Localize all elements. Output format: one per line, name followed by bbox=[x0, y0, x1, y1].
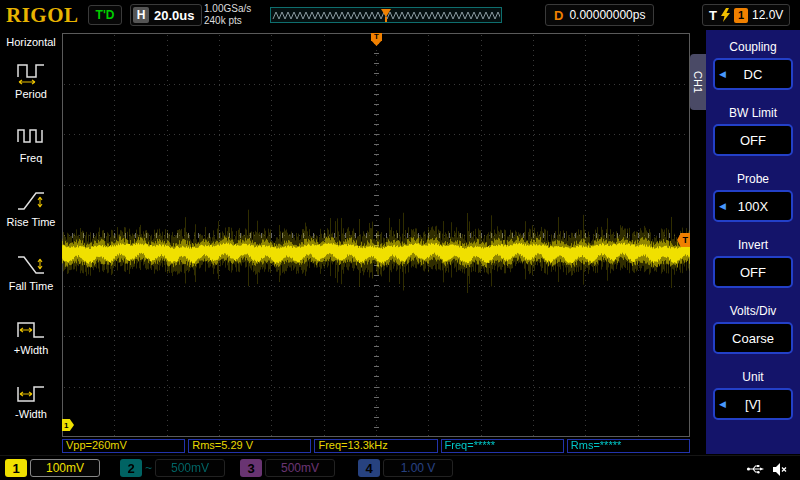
trigger-source-badge: 1 bbox=[734, 8, 748, 23]
sidebar-item-period[interactable]: Period bbox=[0, 48, 62, 112]
channel-menu-panel: CH1 Coupling ◀ DC BW Limit OFF Probe ◀ bbox=[690, 30, 800, 454]
channel-2-badge[interactable]: 2 bbox=[120, 459, 142, 477]
channel-3-status[interactable]: 3 500mV bbox=[240, 459, 335, 477]
usb-icon bbox=[746, 462, 766, 476]
chevron-left-icon: ◀ bbox=[719, 399, 726, 409]
channel-1-status[interactable]: 1 100mV bbox=[5, 459, 100, 477]
menu-item-value[interactable]: ◀ [V] bbox=[713, 388, 793, 420]
menu-item-value[interactable]: ◀ 100X bbox=[713, 190, 793, 222]
measurement-freq-2: Freq=***** bbox=[441, 439, 564, 453]
menu-item-bw-limit[interactable]: BW Limit OFF bbox=[706, 102, 800, 168]
measurement-rms: Rms=5.29 V bbox=[188, 439, 311, 453]
menu-tab-ch1[interactable]: CH1 bbox=[690, 54, 706, 110]
chevron-left-icon: ◀ bbox=[719, 69, 726, 79]
sample-rate: 1.00GSa/s bbox=[204, 3, 251, 15]
delay-display: D 0.00000000ps bbox=[545, 4, 654, 26]
measurement-results-bar: Vpp=260mV Rms=5.29 V Freq=13.3kHz Freq=*… bbox=[62, 439, 690, 453]
channel-3-badge[interactable]: 3 bbox=[240, 459, 262, 477]
channel-4-status[interactable]: 4 1.00 V bbox=[358, 459, 453, 477]
sidebar-title: Horizontal bbox=[0, 36, 62, 48]
sidebar-item-label: Fall Time bbox=[9, 280, 54, 292]
menu-item-label: BW Limit bbox=[706, 105, 800, 122]
memory-depth: 240k pts bbox=[204, 15, 251, 27]
channel-4-badge[interactable]: 4 bbox=[358, 459, 380, 477]
delay-label: D bbox=[554, 8, 563, 23]
trigger-label: T bbox=[709, 8, 717, 23]
chevron-left-icon: ◀ bbox=[719, 201, 726, 211]
channel-2-status[interactable]: 2 ~ 500mV bbox=[120, 459, 225, 477]
trigger-status-badge: T'D bbox=[88, 5, 122, 25]
trigger-info-display: T 1 12.0V bbox=[702, 4, 790, 26]
sidebar-item-label: Rise Time bbox=[7, 216, 56, 228]
freq-icon bbox=[16, 125, 46, 149]
trigger-slope-icon bbox=[721, 8, 730, 22]
menu-item-label: Invert bbox=[706, 237, 800, 254]
sidebar-item-freq[interactable]: Freq bbox=[0, 112, 62, 176]
measure-sidebar: Horizontal Period Freq Rise Time bbox=[0, 30, 62, 455]
channel-3-scale: 500mV bbox=[265, 459, 335, 477]
minus-width-icon bbox=[16, 381, 46, 405]
channel-2-scale: 500mV bbox=[155, 459, 225, 477]
menu-item-coupling[interactable]: Coupling ◀ DC bbox=[706, 36, 800, 102]
sidebar-item-minus-width[interactable]: -Width bbox=[0, 368, 62, 432]
menu-item-label: Unit bbox=[706, 369, 800, 386]
horizontal-scale-display: H 20.0us bbox=[130, 4, 202, 26]
menu-item-label: Probe bbox=[706, 171, 800, 188]
sidebar-item-plus-width[interactable]: +Width bbox=[0, 304, 62, 368]
period-icon bbox=[16, 61, 46, 85]
sidebar-item-rise-time[interactable]: Rise Time bbox=[0, 176, 62, 240]
waveform-canvas bbox=[62, 33, 690, 437]
brand-logo: RIGOL bbox=[6, 3, 79, 28]
menu-item-probe[interactable]: Probe ◀ 100X bbox=[706, 168, 800, 234]
waveform-position-bar bbox=[270, 7, 502, 23]
fall-time-icon bbox=[16, 253, 46, 277]
trigger-position-indicator bbox=[381, 9, 391, 22]
menu-item-invert[interactable]: Invert OFF bbox=[706, 234, 800, 300]
channel-1-badge[interactable]: 1 bbox=[5, 459, 27, 477]
menu-item-value[interactable]: OFF bbox=[713, 256, 793, 288]
sidebar-item-fall-time[interactable]: Fall Time bbox=[0, 240, 62, 304]
sidebar-item-label: Period bbox=[15, 88, 47, 100]
sidebar-item-label: -Width bbox=[15, 408, 47, 420]
menu-item-unit[interactable]: Unit ◀ [V] bbox=[706, 366, 800, 432]
measurement-vpp: Vpp=260mV bbox=[62, 439, 185, 453]
menu-item-value[interactable]: OFF bbox=[713, 124, 793, 156]
oscilloscope-screen: RIGOL T'D H 20.0us 1.00GSa/s 240k pts D … bbox=[0, 0, 800, 480]
channel-2-coupling-icon: ~ bbox=[145, 461, 152, 475]
measurement-rms-2: Rms=***** bbox=[567, 439, 690, 453]
waveform-display-area: T T 1 bbox=[62, 33, 690, 437]
soft-menu: Coupling ◀ DC BW Limit OFF Probe ◀ 100X bbox=[706, 30, 800, 454]
acquisition-info: 1.00GSa/s 240k pts bbox=[204, 3, 251, 27]
channel-1-scale: 100mV bbox=[30, 459, 100, 477]
channel-4-scale: 1.00 V bbox=[383, 459, 453, 477]
top-status-bar: RIGOL T'D H 20.0us 1.00GSa/s 240k pts D … bbox=[0, 0, 800, 30]
menu-item-label: Volts/Div bbox=[706, 303, 800, 320]
plus-width-icon bbox=[16, 317, 46, 341]
menu-item-value[interactable]: Coarse bbox=[713, 322, 793, 354]
sidebar-item-label: +Width bbox=[14, 344, 49, 356]
trigger-level-value: 12.0V bbox=[752, 8, 783, 22]
horizontal-label: H bbox=[133, 7, 149, 23]
measurement-freq: Freq=13.3kHz bbox=[314, 439, 437, 453]
sidebar-item-label: Freq bbox=[20, 152, 43, 164]
rise-time-icon bbox=[16, 189, 46, 213]
timebase-value: 20.0us bbox=[154, 8, 194, 23]
menu-item-label: Coupling bbox=[706, 39, 800, 56]
menu-item-volts-div[interactable]: Volts/Div Coarse bbox=[706, 300, 800, 366]
channel-status-bar: 1 100mV 2 ~ 500mV 3 500mV 4 1.00 V bbox=[0, 455, 800, 480]
menu-item-value[interactable]: ◀ DC bbox=[713, 58, 793, 90]
delay-value: 0.00000000ps bbox=[569, 8, 645, 22]
speaker-muted-icon bbox=[772, 462, 788, 477]
